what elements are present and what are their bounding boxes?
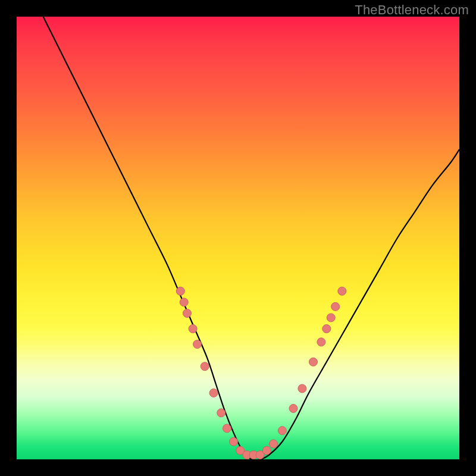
data-dot	[180, 298, 188, 306]
plot-area	[17, 17, 459, 459]
data-dot	[201, 362, 209, 371]
data-dot	[176, 287, 184, 295]
data-dot	[327, 314, 335, 322]
data-dot	[193, 340, 202, 349]
watermark-text: TheBottleneck.com	[355, 2, 469, 18]
data-dot	[309, 358, 317, 366]
data-dot	[278, 427, 286, 435]
data-dot	[317, 338, 325, 346]
data-dot	[322, 325, 331, 333]
chart-frame: TheBottleneck.com	[0, 0, 476, 476]
data-dot	[230, 437, 238, 446]
data-dot	[223, 424, 231, 433]
data-dot	[298, 384, 306, 393]
data-dot	[338, 287, 346, 295]
bottleneck-curve	[43, 17, 459, 460]
data-dot	[262, 446, 271, 455]
data-dot	[209, 389, 218, 397]
data-dot	[217, 409, 226, 417]
data-dot	[183, 309, 191, 317]
data-dot	[189, 325, 197, 333]
data-dot	[270, 440, 278, 448]
data-dot	[289, 404, 298, 412]
bottleneck-curve-svg	[17, 17, 459, 459]
data-dot	[331, 302, 340, 311]
